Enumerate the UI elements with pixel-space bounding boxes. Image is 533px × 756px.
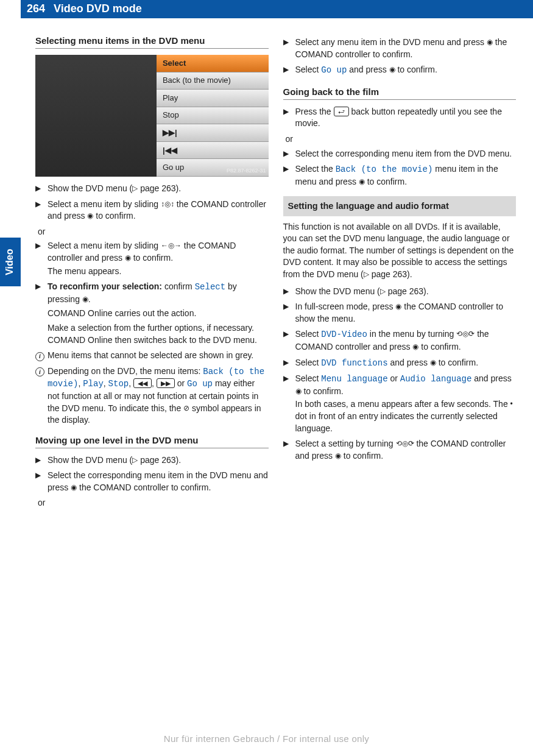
press-icon: ◉ xyxy=(430,358,436,367)
triangle-icon: ▶ xyxy=(283,38,289,46)
instruction-step: ▶ Select the corresponding menu item fro… xyxy=(283,148,517,160)
press-icon: ◉ xyxy=(295,387,302,395)
text: Select the corresponding menu item from … xyxy=(295,148,517,160)
text: Select xyxy=(295,373,322,383)
instruction-step: ▶ Select DVD functions and press ◉ to co… xyxy=(283,357,517,370)
rewind-key-icon: ◀◀ xyxy=(133,378,152,388)
triangle-icon: ▶ xyxy=(283,439,289,448)
triangle-icon: ▶ xyxy=(283,358,289,367)
slide-updown-icon: ↕◎↕ xyxy=(161,200,174,208)
text: Select the xyxy=(295,164,336,174)
or-text: or xyxy=(286,133,517,146)
text: to confirm. xyxy=(93,211,135,221)
triangle-icon: ▶ xyxy=(283,107,289,116)
triangle-icon: ▶ xyxy=(35,184,41,193)
text: Show the DVD menu ( xyxy=(48,183,132,193)
text: and press xyxy=(388,358,430,367)
instruction-step: ▶ In full-screen mode, press ◉ the COMAN… xyxy=(283,301,517,325)
text: Select xyxy=(295,358,322,367)
text: confirm xyxy=(162,281,195,291)
instruction-step: ▶ To reconfirm your selection: confirm S… xyxy=(35,281,269,346)
prohibit-icon: ⊘ xyxy=(183,404,189,412)
info-note: i Depending on the DVD, the menu items: … xyxy=(35,366,269,426)
ui-label-goup: Go up xyxy=(321,65,347,75)
instruction-step: ▶ Select the Back (to the movie) menu it… xyxy=(283,163,517,188)
turn-icon: ⟲◎⟳ xyxy=(456,330,475,338)
ui-label-audiolanguage: Audio language xyxy=(400,374,472,384)
heading-moving-up: Moving up one level in the DVD menu xyxy=(35,434,269,448)
text: Select xyxy=(295,329,322,339)
text: page 263). xyxy=(386,286,429,296)
text: In full-screen mode, press xyxy=(295,302,396,311)
triangle-icon: ▶ xyxy=(35,241,41,250)
text: In both cases, a menu appears after a fe… xyxy=(295,399,510,409)
text: to confirm. xyxy=(341,451,383,461)
text: Select a menu item by sliding xyxy=(48,241,161,250)
press-icon: ◉ xyxy=(389,65,395,74)
text: Show the DVD menu ( xyxy=(48,455,132,465)
side-tab-label: Video xyxy=(4,249,17,275)
text: to confirm. xyxy=(395,65,437,74)
text: Select a menu item by sliding xyxy=(48,199,161,209)
press-icon: ◉ xyxy=(395,302,401,311)
text: Depending on the DVD, the menu items: xyxy=(48,366,203,376)
text: COMAND Online then switches back to the … xyxy=(48,334,269,347)
instruction-step: ▶ Press the ⮐ back button repeatedly unt… xyxy=(283,106,517,130)
press-icon: ◉ xyxy=(82,295,88,303)
section-heading-language: Setting the language and audio format xyxy=(283,196,517,216)
ui-label-play: Play xyxy=(83,379,104,389)
right-column: ▶ Select any menu item in the DVD menu a… xyxy=(283,34,517,510)
instruction-step: ▶ Show the DVD menu (▷ page 263). xyxy=(283,286,517,298)
text: page 263). xyxy=(138,183,181,193)
text: to confirm. xyxy=(418,342,461,352)
text: or xyxy=(388,373,400,383)
text: COMAND Online carries out the action. xyxy=(48,308,269,320)
press-icon: ◉ xyxy=(335,451,341,460)
instruction-step: ▶ Show the DVD menu (▷ page 263). xyxy=(35,454,269,467)
dvd-menu-screenshot: Select Back (to the movie) Play Stop ▶▶|… xyxy=(35,55,269,177)
text: to confirm. xyxy=(302,386,344,396)
press-icon: ◉ xyxy=(71,483,77,492)
instruction-step: ▶ Select a menu item by sliding ←◎→ the … xyxy=(35,240,269,277)
triangle-icon: ▶ xyxy=(283,287,289,295)
screenshot-item: |◀◀ xyxy=(157,142,269,160)
turn-icon: ⟲◎⟳ xyxy=(396,439,414,448)
ui-label-back: Back (to the movie) xyxy=(336,164,433,174)
triangle-icon: ▶ xyxy=(283,330,289,338)
press-icon: ◉ xyxy=(125,253,131,262)
info-icon: i xyxy=(35,367,44,376)
triangle-icon: ▶ xyxy=(35,456,41,464)
instruction-step: ▶ Show the DVD menu (▷ page 263). xyxy=(35,183,269,195)
screenshot-item: ▶▶| xyxy=(157,124,269,142)
xref-icon: ▷ xyxy=(132,184,138,193)
text: Press the xyxy=(295,107,334,116)
text: dot in front of an entry indicates the c… xyxy=(295,411,498,433)
text: page 263). xyxy=(369,269,412,279)
instruction-step: ▶ Select a menu item by sliding ↕◎↕ the … xyxy=(35,199,269,222)
info-icon: i xyxy=(35,352,44,361)
text: Menu items that cannot be selected are s… xyxy=(48,350,253,362)
text: and press xyxy=(347,65,389,74)
instruction-step: ▶ Select Menu language or Audio language… xyxy=(283,373,517,434)
text: Select a setting by turning xyxy=(295,439,396,448)
text: . xyxy=(88,294,91,304)
screenshot-tag: P82.87-8262-31 xyxy=(227,167,266,175)
page-content: Selecting menu items in the DVD menu Sel… xyxy=(0,18,533,510)
triangle-icon: ▶ xyxy=(35,282,41,291)
info-note: i Menu items that cannot be selected are… xyxy=(35,350,269,362)
ui-label-stop: Stop xyxy=(108,379,129,389)
text: in the menu by turning xyxy=(367,329,456,339)
instruction-step: ▶ Select the corresponding menu item in … xyxy=(35,470,269,493)
ui-label-dvdfunctions: DVD functions xyxy=(321,358,387,368)
text: to confirm. xyxy=(365,177,407,186)
press-icon: ◉ xyxy=(87,211,93,220)
or-text: or xyxy=(38,226,269,238)
press-icon: ◉ xyxy=(487,38,493,46)
text-bold: To reconfirm your selection: xyxy=(48,281,162,291)
screenshot-item: Stop xyxy=(157,107,269,125)
or-text: or xyxy=(38,497,269,509)
text: Make a selection from the further option… xyxy=(48,322,269,334)
screenshot-item: Select xyxy=(157,55,269,72)
paragraph: This function is not available on all DV… xyxy=(283,221,517,281)
triangle-icon: ▶ xyxy=(283,149,289,158)
